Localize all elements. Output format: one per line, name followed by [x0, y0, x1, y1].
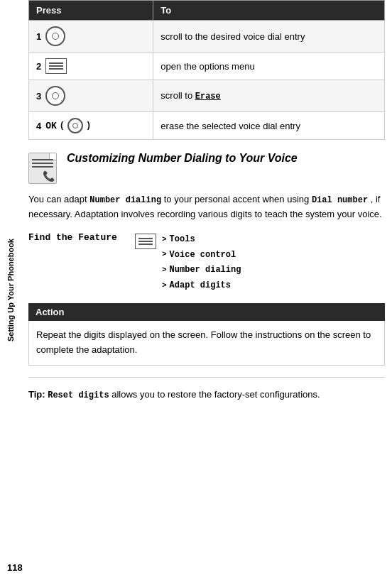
arrow-icon: >	[162, 263, 167, 278]
table-cell-to: scroll to Erase	[153, 80, 385, 112]
row-number: 2	[36, 61, 41, 72]
menu-item: > Number dialing	[162, 263, 241, 278]
page-wrapper: Setting Up Your Phonebook Press To 1	[0, 0, 392, 580]
row-description: open the options menu	[160, 61, 254, 72]
navigation-up-icon	[45, 26, 65, 46]
row-description: erase the selected voice dial entry	[160, 121, 300, 131]
nav-inner	[52, 33, 59, 40]
menu-item-label: Voice control	[170, 248, 236, 263]
arrow-icon: >	[162, 279, 167, 293]
table-row: 4 OK ( ) erase the sel	[29, 112, 385, 140]
section-divider	[28, 377, 385, 378]
tip-suffix: allows you to restore the factory-set co…	[111, 389, 320, 400]
row-number: 1	[36, 31, 41, 42]
tip-text: Tip: Reset digits allows you to restore …	[28, 388, 385, 403]
row-description: scroll to the desired voice dial entry	[160, 31, 305, 42]
table-header-to: To	[153, 1, 385, 21]
table-header-press: Press	[29, 1, 153, 21]
number-dialing-label: Number dialing	[89, 195, 161, 205]
icon-cell: 3	[36, 86, 146, 106]
find-feature-label: Find the Feature	[28, 232, 128, 243]
find-feature-menu: > Tools > Voice control > Number dialing…	[162, 232, 241, 293]
menu-item-label: Tools	[170, 232, 195, 248]
arrow-icon: >	[162, 248, 167, 262]
table-cell-press: 2	[29, 53, 153, 80]
menu-item: > Adapt digits	[162, 278, 241, 294]
body-text-2: to your personal accent when using	[164, 194, 312, 204]
menu-item-label: Adapt digits	[170, 278, 231, 294]
table-cell-press: 4 OK ( )	[29, 112, 153, 140]
menu-icon	[135, 234, 156, 249]
main-content: Press To 1 scroll	[21, 0, 392, 424]
action-body: Repeat the digits displayed on the scree…	[28, 321, 385, 366]
tip-prefix: Tip: Reset digits	[28, 389, 109, 400]
section-title: Customizing Number Dialing to Your Voice	[67, 151, 298, 166]
sidebar-text: Setting Up Your Phonebook	[6, 239, 15, 341]
menu-item: > Tools	[162, 232, 241, 248]
phone-icon: 📞	[43, 170, 55, 182]
options-menu-icon	[45, 58, 67, 74]
table-row: 1 scroll to the desired voice dial entry	[29, 21, 385, 53]
action-header: Action	[28, 303, 385, 321]
table-cell-press: 1	[29, 21, 153, 53]
dial-number-label: Dial number	[312, 195, 368, 205]
reset-digits-label: Reset digits	[48, 390, 109, 400]
section-header: 📞 Customizing Number Dialing to Your Voi…	[28, 151, 385, 184]
note-icon: 📞	[28, 153, 60, 184]
page-number: 118	[7, 562, 23, 573]
row-number: 3	[36, 91, 41, 102]
erase-label: Erase	[195, 92, 221, 102]
menu-item: > Voice control	[162, 248, 241, 263]
body-text: You can adapt Number dialing to your per…	[28, 192, 385, 222]
find-feature-section: Find the Feature > Tools > Voice control	[28, 232, 385, 293]
arrow-icon: >	[162, 233, 167, 247]
icon-cell: 4 OK ( )	[36, 118, 146, 133]
table-row: 2 open the options menu	[29, 53, 385, 80]
table-cell-to: erase the selected voice dial entry	[153, 112, 385, 140]
ok-button-icon: OK ( )	[45, 118, 91, 133]
press-table: Press To 1 scroll	[28, 0, 385, 140]
body-text-1: You can adapt	[28, 194, 87, 204]
row-number: 4	[36, 121, 41, 131]
table-cell-to: open the options menu	[153, 53, 385, 80]
navigation-down-icon	[45, 86, 65, 106]
icon-cell: 2	[36, 58, 146, 74]
table-cell-press: 3	[29, 80, 153, 112]
table-cell-to: scroll to the desired voice dial entry	[153, 21, 385, 53]
table-row: 3 scroll to Erase	[29, 80, 385, 112]
icon-cell: 1	[36, 26, 146, 46]
menu-item-label: Number dialing	[170, 263, 241, 278]
sidebar-label: Setting Up Your Phonebook	[0, 0, 21, 580]
find-feature-content: > Tools > Voice control > Number dialing…	[135, 232, 241, 293]
